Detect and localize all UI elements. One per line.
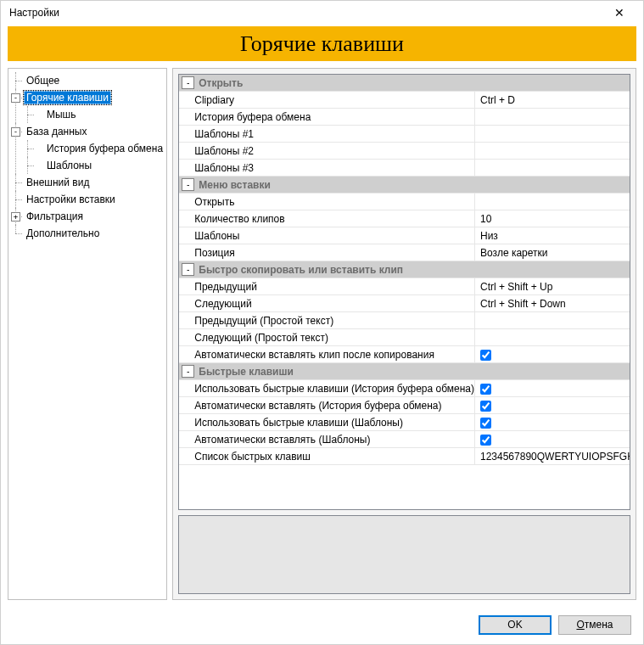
group-title: Быстрые клавиши bbox=[197, 363, 630, 380]
property-row[interactable]: Следующий (Простой текст) bbox=[179, 329, 630, 346]
settings-window: Настройки ✕ Горячие клавиши Общее-Горячи… bbox=[0, 0, 644, 645]
property-checkbox[interactable] bbox=[480, 401, 491, 412]
property-row[interactable]: ClipdiaryCtrl + D bbox=[179, 92, 630, 109]
property-value[interactable] bbox=[475, 397, 630, 414]
group-header[interactable]: -Меню вставки bbox=[179, 177, 630, 194]
collapse-icon[interactable]: - bbox=[11, 93, 20, 103]
cancel-button[interactable]: Отмена bbox=[558, 615, 631, 635]
property-row[interactable]: ПозицияВозле каретки bbox=[179, 244, 630, 261]
property-value[interactable]: Низ bbox=[475, 227, 630, 244]
property-row[interactable]: Шаблоны #3 bbox=[179, 160, 630, 177]
property-label: Автоматически вставлять (Шаблоны) bbox=[179, 431, 475, 448]
close-button[interactable]: ✕ bbox=[602, 2, 636, 24]
tree-item[interactable]: Настройки вставки bbox=[24, 193, 118, 206]
property-value[interactable] bbox=[475, 431, 630, 448]
property-grid-body[interactable]: -ОткрытьClipdiaryCtrl + DИстория буфера … bbox=[179, 75, 630, 509]
property-label: Автоматически вставлять (История буфера … bbox=[179, 397, 475, 414]
property-value[interactable]: 1234567890QWERTYUIOPSFGHJ bbox=[475, 448, 630, 465]
content-panel: -ОткрытьClipdiaryCtrl + DИстория буфера … bbox=[172, 68, 636, 600]
tree-item[interactable]: База данных bbox=[24, 125, 89, 138]
tree-item[interactable]: Шаблоны bbox=[44, 159, 94, 172]
property-label: Следующий (Простой текст) bbox=[179, 329, 475, 346]
property-row[interactable]: История буфера обмена bbox=[179, 109, 630, 126]
property-row[interactable]: Использовать быстрые клавиши (Шаблоны) bbox=[179, 414, 630, 431]
property-label: Использовать быстрые клавиши (Шаблоны) bbox=[179, 414, 475, 431]
property-value[interactable]: Ctrl + Shift + Down bbox=[475, 295, 630, 312]
tree-item[interactable]: Внешний вид bbox=[24, 176, 92, 189]
property-label: Шаблоны bbox=[179, 227, 475, 244]
property-label: Количество клипов bbox=[179, 210, 475, 227]
collapse-icon[interactable]: - bbox=[182, 365, 194, 378]
property-row[interactable]: Автоматически вставлять (Шаблоны) bbox=[179, 431, 630, 448]
banner: Горячие клавиши bbox=[8, 26, 636, 61]
description-panel bbox=[178, 515, 630, 594]
property-row[interactable]: Открыть bbox=[179, 194, 630, 210]
close-icon: ✕ bbox=[614, 6, 624, 20]
property-row[interactable]: Количество клипов10 bbox=[179, 210, 630, 227]
dialog-footer: OK Отмена bbox=[1, 605, 643, 644]
group-title: Открыть bbox=[197, 75, 630, 92]
property-checkbox[interactable] bbox=[480, 418, 491, 429]
property-row[interactable]: Автоматически вставлять (История буфера … bbox=[179, 397, 630, 414]
property-value[interactable]: Ctrl + D bbox=[475, 92, 630, 109]
category-tree[interactable]: Общее-Горячие клавишиМышь-База данныхИст… bbox=[12, 72, 166, 242]
property-value[interactable]: Возле каретки bbox=[475, 244, 630, 261]
property-value[interactable] bbox=[475, 414, 630, 431]
group-title: Быстро скопировать или вставить клип bbox=[197, 261, 630, 278]
group-header[interactable]: -Быстро скопировать или вставить клип bbox=[179, 261, 630, 278]
collapse-icon[interactable]: - bbox=[182, 76, 194, 89]
titlebar: Настройки ✕ bbox=[1, 1, 643, 25]
collapse-icon[interactable]: - bbox=[182, 263, 194, 276]
property-label: Позиция bbox=[179, 244, 475, 261]
group-header[interactable]: -Открыть bbox=[179, 75, 630, 92]
property-row[interactable]: СледующийCtrl + Shift + Down bbox=[179, 295, 630, 312]
tree-item[interactable]: История буфера обмена bbox=[44, 142, 165, 155]
banner-title: Горячие клавиши bbox=[240, 31, 404, 57]
tree-item[interactable]: Общее bbox=[24, 74, 62, 87]
tree-item[interactable]: Горячие клавиши bbox=[24, 91, 111, 104]
property-value[interactable]: 10 bbox=[475, 210, 630, 227]
property-row[interactable]: Предыдущий (Простой текст) bbox=[179, 312, 630, 329]
collapse-icon[interactable]: - bbox=[182, 178, 194, 191]
property-label: Шаблоны #3 bbox=[179, 160, 475, 177]
property-checkbox[interactable] bbox=[480, 384, 491, 395]
group-title: Меню вставки bbox=[197, 177, 630, 194]
tree-item[interactable]: Дополнительно bbox=[24, 227, 102, 240]
group-header[interactable]: -Быстрые клавиши bbox=[179, 363, 630, 380]
property-label: Следующий bbox=[179, 295, 475, 312]
property-row[interactable]: ПредыдущийCtrl + Shift + Up bbox=[179, 278, 630, 295]
property-row[interactable]: Использовать быстрые клавиши (История бу… bbox=[179, 380, 630, 397]
expand-icon[interactable]: + bbox=[11, 212, 20, 222]
tree-item[interactable]: Фильтрация bbox=[24, 210, 86, 223]
property-label: Clipdiary bbox=[179, 92, 475, 109]
property-label: Список быстрых клавиш bbox=[179, 448, 475, 465]
property-row[interactable]: Автоматически вставлять клип после копир… bbox=[179, 346, 630, 363]
property-checkbox[interactable] bbox=[480, 435, 491, 446]
property-grid: -ОткрытьClipdiaryCtrl + DИстория буфера … bbox=[178, 74, 630, 510]
property-row[interactable]: Шаблоны #2 bbox=[179, 143, 630, 160]
property-checkbox[interactable] bbox=[480, 350, 491, 361]
ok-button[interactable]: OK bbox=[479, 615, 552, 635]
property-label: Предыдущий bbox=[179, 278, 475, 295]
main-area: Общее-Горячие клавишиМышь-База данныхИст… bbox=[1, 63, 643, 605]
property-label: Открыть bbox=[179, 194, 475, 210]
property-value[interactable]: Ctrl + Shift + Up bbox=[475, 278, 630, 295]
property-label: Использовать быстрые клавиши (История бу… bbox=[179, 380, 475, 397]
property-row[interactable]: ШаблоныНиз bbox=[179, 227, 630, 244]
property-row[interactable]: Список быстрых клавиш1234567890QWERTYUIO… bbox=[179, 448, 630, 465]
property-row[interactable]: Шаблоны #1 bbox=[179, 126, 630, 143]
tree-item[interactable]: Мышь bbox=[44, 108, 79, 121]
property-value[interactable] bbox=[475, 346, 630, 363]
property-label: Предыдущий (Простой текст) bbox=[179, 312, 475, 329]
window-title: Настройки bbox=[9, 7, 602, 19]
collapse-icon[interactable]: - bbox=[11, 127, 20, 137]
property-label: Автоматически вставлять клип после копир… bbox=[179, 346, 475, 363]
property-label: История буфера обмена bbox=[179, 109, 475, 126]
property-value[interactable] bbox=[475, 380, 630, 397]
property-label: Шаблоны #2 bbox=[179, 143, 475, 160]
category-tree-panel: Общее-Горячие клавишиМышь-База данныхИст… bbox=[8, 68, 167, 600]
property-label: Шаблоны #1 bbox=[179, 126, 475, 143]
